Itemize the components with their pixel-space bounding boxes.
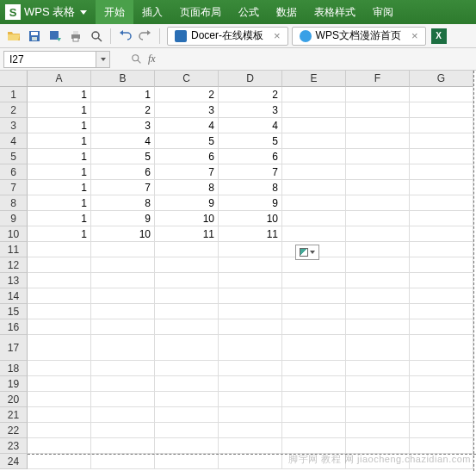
cell[interactable]: 10 — [91, 226, 155, 242]
cell[interactable] — [346, 257, 410, 273]
cell[interactable] — [219, 376, 282, 392]
name-box-dropdown-icon[interactable] — [96, 51, 110, 68]
cell[interactable]: 8 — [219, 180, 282, 195]
menu-5[interactable]: 表格样式 — [306, 0, 364, 24]
cell[interactable] — [28, 319, 91, 335]
tab-wps-home[interactable]: WPS文档漫游首页 × — [292, 27, 426, 46]
cell[interactable]: 7 — [219, 164, 282, 180]
cell[interactable]: 1 — [28, 149, 91, 164]
cell[interactable] — [346, 304, 410, 319]
cell[interactable] — [346, 423, 410, 438]
cell[interactable]: 6 — [155, 149, 219, 164]
cell[interactable]: 8 — [155, 180, 219, 195]
cell[interactable] — [410, 180, 473, 195]
cell[interactable]: 11 — [155, 226, 219, 242]
cell[interactable]: 6 — [219, 149, 282, 164]
cell[interactable] — [282, 376, 346, 392]
cell[interactable] — [282, 319, 346, 335]
cell[interactable] — [155, 423, 219, 438]
cell[interactable] — [410, 257, 473, 273]
fx-label[interactable]: fx — [148, 53, 156, 65]
cell[interactable]: 3 — [91, 118, 155, 133]
row-header-8[interactable]: 8 — [0, 195, 28, 211]
cell[interactable] — [28, 423, 91, 438]
cell[interactable] — [410, 195, 473, 211]
cell[interactable] — [219, 335, 282, 361]
cell[interactable]: 1 — [28, 195, 91, 211]
cell[interactable]: 10 — [155, 211, 219, 226]
col-header-G[interactable]: G — [410, 71, 473, 87]
cell[interactable]: 2 — [219, 87, 282, 102]
col-header-E[interactable]: E — [282, 71, 346, 87]
cell[interactable] — [91, 242, 155, 257]
col-header-C[interactable]: C — [155, 71, 219, 87]
undo-icon[interactable] — [116, 28, 133, 45]
cell[interactable] — [410, 149, 473, 164]
cell[interactable] — [282, 149, 346, 164]
cell[interactable] — [346, 438, 410, 454]
close-icon[interactable]: × — [274, 29, 281, 42]
row-header-20[interactable]: 20 — [0, 392, 28, 407]
cell[interactable] — [410, 319, 473, 335]
cell[interactable] — [282, 392, 346, 407]
cell[interactable] — [282, 304, 346, 319]
row-header-14[interactable]: 14 — [0, 288, 28, 304]
cell[interactable] — [219, 304, 282, 319]
row-header-18[interactable]: 18 — [0, 361, 28, 376]
cell[interactable]: 4 — [155, 118, 219, 133]
row-header-12[interactable]: 12 — [0, 257, 28, 273]
cell[interactable] — [155, 273, 219, 288]
cell[interactable] — [346, 376, 410, 392]
row-header-5[interactable]: 5 — [0, 149, 28, 164]
cell[interactable]: 1 — [28, 226, 91, 242]
menu-4[interactable]: 数据 — [268, 0, 306, 24]
cell[interactable] — [91, 288, 155, 304]
cell[interactable] — [28, 361, 91, 376]
menu-0[interactable]: 开始 — [96, 0, 133, 24]
cell[interactable] — [346, 226, 410, 242]
cell[interactable] — [282, 361, 346, 376]
cell[interactable] — [282, 438, 346, 454]
cell[interactable] — [155, 438, 219, 454]
cell[interactable] — [155, 304, 219, 319]
cell[interactable] — [410, 118, 473, 133]
row-header-1[interactable]: 1 — [0, 87, 28, 102]
cell[interactable] — [155, 319, 219, 335]
cell[interactable]: 3 — [219, 102, 282, 118]
cell[interactable]: 1 — [28, 87, 91, 102]
cell[interactable] — [28, 438, 91, 454]
cell[interactable] — [155, 242, 219, 257]
cell[interactable] — [91, 335, 155, 361]
cell[interactable] — [28, 454, 91, 469]
cell[interactable] — [410, 376, 473, 392]
row-header-3[interactable]: 3 — [0, 118, 28, 133]
cell[interactable] — [346, 180, 410, 195]
cell[interactable] — [219, 242, 282, 257]
cell[interactable]: 9 — [155, 195, 219, 211]
cell[interactable] — [91, 319, 155, 335]
cell[interactable] — [155, 257, 219, 273]
cell[interactable] — [28, 407, 91, 423]
select-all-corner[interactable] — [0, 71, 28, 87]
close-icon[interactable]: × — [411, 29, 418, 42]
cell[interactable] — [91, 376, 155, 392]
cell[interactable] — [346, 273, 410, 288]
cell[interactable] — [410, 407, 473, 423]
cell[interactable]: 4 — [219, 118, 282, 133]
menu-3[interactable]: 公式 — [230, 0, 268, 24]
row-header-17[interactable]: 17 — [0, 335, 28, 361]
cell[interactable] — [219, 361, 282, 376]
cell[interactable] — [410, 226, 473, 242]
print-icon[interactable] — [67, 28, 84, 45]
cell[interactable]: 9 — [219, 195, 282, 211]
cell[interactable] — [346, 242, 410, 257]
cell[interactable] — [410, 304, 473, 319]
cell[interactable] — [282, 407, 346, 423]
cell[interactable] — [410, 423, 473, 438]
row-header-9[interactable]: 9 — [0, 211, 28, 226]
cell[interactable] — [282, 211, 346, 226]
cell[interactable]: 2 — [155, 87, 219, 102]
cell[interactable]: 5 — [219, 133, 282, 149]
cell[interactable] — [219, 288, 282, 304]
row-header-21[interactable]: 21 — [0, 407, 28, 423]
